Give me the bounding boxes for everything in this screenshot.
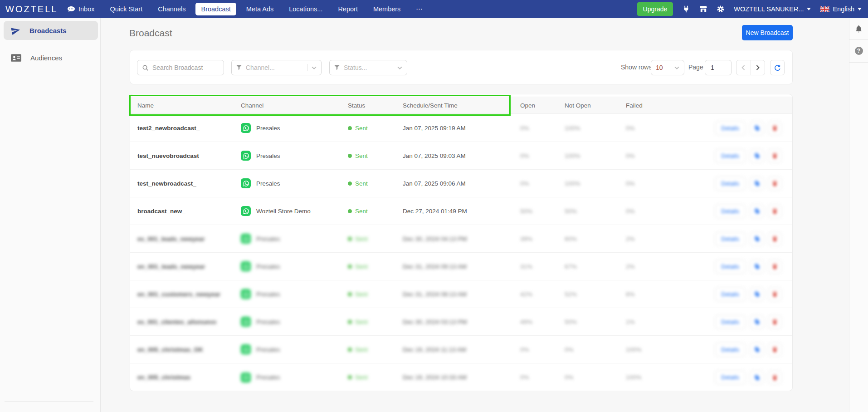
nav-report[interactable]: Report: [332, 3, 363, 15]
chevron-down-icon: [674, 66, 679, 69]
broadcast-table: Name Channel Status Schedule/Sent Time O…: [130, 94, 793, 391]
open-value: 50%: [520, 208, 532, 215]
account-menu[interactable]: WOZTELL SANUKER...: [734, 5, 811, 13]
failed-value: 6%: [626, 291, 635, 298]
column-header-name: Name: [130, 102, 241, 109]
delete-button[interactable]: [768, 232, 782, 246]
chat-bubble-icon: [67, 6, 75, 12]
search-input[interactable]: [152, 64, 216, 71]
whatsapp-channel-icon: [241, 344, 251, 354]
duplicate-button[interactable]: [750, 121, 764, 135]
details-button[interactable]: Details: [715, 315, 746, 329]
duplicate-button[interactable]: [750, 149, 764, 163]
previous-page-button[interactable]: [736, 60, 751, 75]
account-name: WOZTELL SANUKER...: [734, 5, 804, 13]
open-value: 39%: [520, 235, 532, 242]
status-dot-icon: [348, 126, 352, 130]
rows-per-page-select[interactable]: 10: [651, 60, 684, 75]
failed-value: 100%: [626, 374, 642, 381]
channel-name: Presales: [256, 152, 280, 159]
nav-meta-ads[interactable]: Meta Ads: [241, 3, 279, 15]
delete-button[interactable]: [768, 121, 782, 135]
store-icon[interactable]: [699, 5, 707, 13]
delete-button[interactable]: [768, 287, 782, 301]
nav-broadcast[interactable]: Broadcast: [195, 3, 236, 15]
delete-button[interactable]: [768, 343, 782, 357]
search-icon: [142, 64, 149, 71]
nav-more[interactable]: ⋯: [410, 3, 428, 15]
divider: [307, 64, 307, 71]
sidebar-item-broadcasts[interactable]: Broadcasts: [4, 21, 98, 40]
delete-button[interactable]: [768, 177, 782, 191]
nav-members[interactable]: Members: [368, 3, 406, 15]
duplicate-button[interactable]: [750, 260, 764, 274]
top-nav-menu: Inbox Quick Start Channels Broadcast Met…: [62, 3, 428, 15]
duplicate-button[interactable]: [750, 177, 764, 191]
not-open-value: 100%: [565, 180, 580, 187]
details-button[interactable]: Details: [715, 343, 746, 357]
delete-button[interactable]: [768, 370, 782, 384]
integrations-plug-icon[interactable]: [682, 5, 690, 13]
details-button[interactable]: Details: [715, 232, 746, 246]
details-button[interactable]: Details: [715, 370, 746, 384]
broadcast-name: en_005_christmas_OK: [137, 346, 203, 353]
language-selector[interactable]: English: [820, 5, 862, 13]
channel-name: Presales: [256, 374, 280, 381]
duplicate-button[interactable]: [750, 343, 764, 357]
bell-icon: [854, 25, 863, 33]
search-broadcast-box: [137, 60, 224, 75]
nav-locations[interactable]: Locations...: [283, 3, 328, 15]
channel-name: Presales: [256, 263, 280, 270]
delete-button[interactable]: [768, 315, 782, 329]
app-logo: WOZTELL: [5, 4, 54, 15]
delete-button[interactable]: [768, 260, 782, 274]
table-row: broadcast_new_ Woztell Store Demo Sent D…: [130, 197, 792, 225]
details-button[interactable]: Details: [715, 177, 746, 191]
broadcast-name: test_nuevobroadcast: [137, 152, 199, 159]
status-label: Sent: [355, 152, 368, 159]
channel-filter-select[interactable]: Channel...: [231, 60, 322, 75]
uk-flag-icon: [820, 6, 829, 12]
status-label: Sent: [355, 346, 368, 353]
duplicate-button[interactable]: [750, 370, 764, 384]
open-value: 31%: [520, 263, 532, 270]
help-button[interactable]: ?: [849, 40, 868, 62]
new-broadcast-button[interactable]: New Broadcast: [742, 25, 793, 40]
failed-value: 2%: [626, 235, 635, 242]
sidebar-item-label: Broadcasts: [29, 27, 67, 34]
details-button[interactable]: Details: [715, 260, 746, 274]
broadcast-name: es_001_leads_newyear: [137, 235, 205, 242]
table-row: test_nuevobroadcast Presales Sent Jan 07…: [130, 142, 792, 170]
duplicate-button[interactable]: [750, 287, 764, 301]
details-button[interactable]: Details: [715, 287, 746, 301]
notifications-button[interactable]: [849, 18, 868, 39]
next-page-button[interactable]: [751, 60, 765, 75]
refresh-button[interactable]: [770, 60, 785, 75]
nav-channels[interactable]: Channels: [152, 3, 191, 15]
duplicate-button[interactable]: [750, 315, 764, 329]
contact-card-icon: [11, 54, 21, 62]
sidebar-item-audiences[interactable]: Audiences: [4, 48, 98, 67]
details-button[interactable]: Details: [715, 204, 746, 218]
status-label: Sent: [355, 319, 368, 325]
details-button[interactable]: Details: [715, 149, 746, 163]
delete-button[interactable]: [768, 149, 782, 163]
gear-icon[interactable]: [717, 5, 725, 13]
nav-inbox[interactable]: Inbox: [62, 3, 100, 15]
failed-value: 0%: [626, 180, 635, 187]
broadcast-name: test_newbroadcast_: [137, 180, 196, 187]
duplicate-button[interactable]: [750, 232, 764, 246]
status-dot-icon: [348, 265, 352, 269]
details-button[interactable]: Details: [715, 121, 746, 135]
upgrade-button[interactable]: Upgrade: [637, 2, 673, 16]
status-filter-select[interactable]: Status...: [329, 60, 407, 75]
delete-button[interactable]: [768, 204, 782, 218]
open-value: 0%: [520, 374, 529, 381]
duplicate-button[interactable]: [750, 204, 764, 218]
failed-value: 0%: [626, 125, 635, 132]
whatsapp-channel-icon: [241, 206, 251, 216]
nav-quick-start[interactable]: Quick Start: [104, 3, 148, 15]
schedule-time: Dec 31, 2024 08:13 AM: [403, 291, 467, 298]
status-dot-icon: [348, 181, 352, 186]
page-number-input[interactable]: [705, 60, 731, 75]
